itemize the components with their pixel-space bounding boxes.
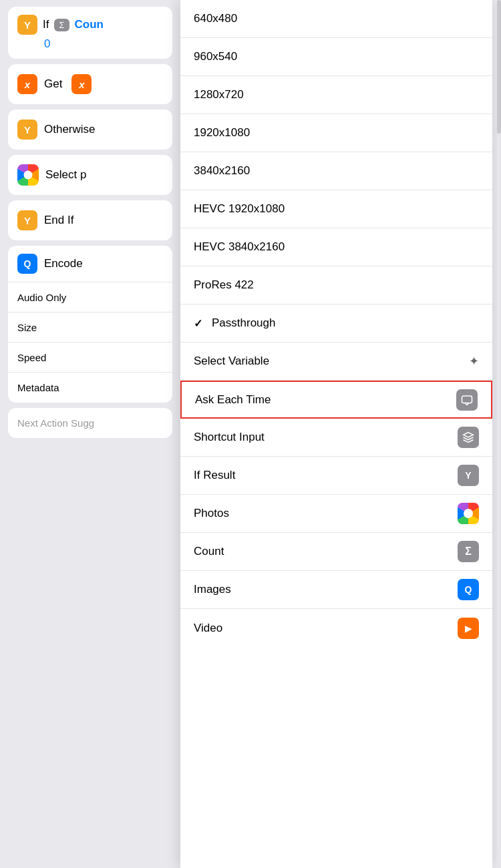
dropdown-item-if-result[interactable]: If Result Y [180,457,492,495]
if-label: If [43,18,49,31]
encode-workflow-item[interactable]: Q Encode Audio Only Size Speed Metadata [8,246,172,403]
dropdown-item-shortcut-input[interactable]: Shortcut Input [180,419,492,457]
magic-wand-icon: ✦ [469,354,479,369]
dropdown-item-960x540[interactable]: 960x540 [180,38,492,76]
count-sigma-icon: Σ [458,541,479,562]
workflow-panel: Y If Σ Coun 0 x Get x Y Otherwise Select… [0,0,180,868]
images-icon: Q [458,579,479,600]
encode-label: Encode [44,257,83,270]
dropdown-item-hevc-3840[interactable]: HEVC 3840x2160 [180,228,492,266]
otherwise-icon: Y [17,120,37,140]
dropdown-item-1920x1080[interactable]: 1920x1080 [180,114,492,152]
count-badge: Σ [54,19,69,31]
shortcut-input-icon [458,427,479,448]
dropdown-item-prores[interactable]: ProRes 422 [180,266,492,304]
dropdown-item-3840x2160[interactable]: 3840x2160 [180,152,492,190]
audio-only-row[interactable]: Audio Only [8,282,172,312]
size-row[interactable]: Size [8,312,172,343]
dropdown-item-images[interactable]: Images Q [180,571,492,609]
dropdown-item-video[interactable]: Video ▶ [180,609,492,647]
photos-dropdown-icon [458,503,479,524]
next-action-suggestion: Next Action Sugg [8,408,172,438]
encode-icon: Q [17,254,37,274]
passthrough-checkmark: ✓ [194,317,202,330]
dropdown-item-photos[interactable]: Photos [180,495,492,533]
get-icon: x [17,74,37,94]
otherwise-label: Otherwise [44,123,96,136]
dropdown-item-count[interactable]: Count Σ [180,533,492,571]
end-if-icon: Y [17,210,37,230]
speed-row[interactable]: Speed [8,343,172,373]
dropdown-item-passthrough[interactable]: ✓ Passthrough [180,304,492,343]
dropdown-item-hevc-1920[interactable]: HEVC 1920x1080 [180,190,492,228]
end-if-label: End If [44,214,73,227]
photos-icon [17,164,39,186]
select-workflow-item[interactable]: Select p [8,155,172,195]
end-if-workflow-item[interactable]: Y End If [8,200,172,240]
if-icon: Y [17,15,37,35]
scrollbar-track[interactable] [497,0,501,868]
count-value: Coun [75,18,104,31]
svg-rect-0 [462,396,472,403]
dropdown-item-1280x720[interactable]: 1280x720 [180,76,492,114]
dropdown-item-640x480[interactable]: 640x480 [180,0,492,38]
dropdown-item-ask-each-time[interactable]: Ask Each Time [180,381,492,419]
dropdown-item-select-variable[interactable]: Select Variable ✦ [180,343,492,381]
get-x-badge: x [71,74,92,94]
if-result-icon: Y [458,465,479,486]
dropdown-panel[interactable]: 640x480 960x540 1280x720 1920x1080 3840x… [180,0,492,868]
if-workflow-item[interactable]: Y If Σ Coun 0 [8,7,172,59]
if-sub-value: 0 [44,37,50,50]
get-workflow-item[interactable]: x Get x [8,64,172,104]
otherwise-workflow-item[interactable]: Y Otherwise [8,110,172,150]
ask-each-time-icon [456,389,478,411]
metadata-row[interactable]: Metadata [8,373,172,403]
select-label: Select p [45,168,86,182]
encode-rows: Audio Only Size Speed Metadata [8,282,172,403]
scrollbar-thumb[interactable] [497,0,501,134]
video-icon: ▶ [458,618,479,639]
get-label: Get [44,77,62,91]
